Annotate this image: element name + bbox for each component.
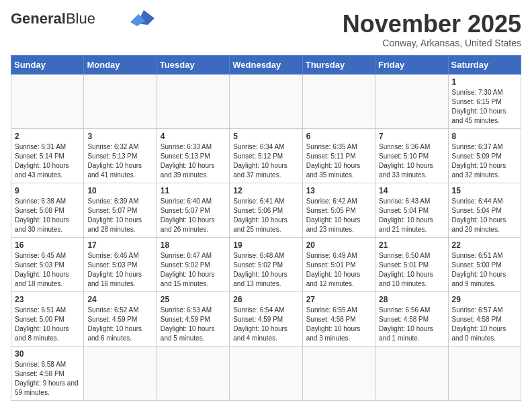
day-number: 20 [306,240,371,250]
calendar-day-cell: 27Sunrise: 6:55 AM Sunset: 4:58 PM Dayli… [302,291,375,346]
day-number: 1 [452,77,517,87]
day-info: Sunrise: 6:42 AM Sunset: 5:05 PM Dayligh… [306,197,371,234]
day-number: 4 [161,132,226,141]
calendar-day-cell [302,346,375,400]
day-info: Sunrise: 6:52 AM Sunset: 4:59 PM Dayligh… [87,306,152,343]
calendar-day-cell: 1Sunrise: 7:30 AM Sunset: 6:15 PM Daylig… [448,74,521,128]
calendar-week-row: 30Sunrise: 6:58 AM Sunset: 4:58 PM Dayli… [11,346,521,400]
day-info: Sunrise: 6:37 AM Sunset: 5:09 PM Dayligh… [452,142,517,180]
day-info: Sunrise: 6:41 AM Sunset: 5:06 PM Dayligh… [233,197,298,234]
calendar-day-cell: 5Sunrise: 6:34 AM Sunset: 5:12 PM Daylig… [230,128,302,183]
title-section: November 2025 Conway, Arkansas, United S… [343,11,521,48]
day-number: 19 [233,240,298,250]
day-info: Sunrise: 6:55 AM Sunset: 4:58 PM Dayligh… [306,306,371,343]
calendar-week-row: 1Sunrise: 7:30 AM Sunset: 6:15 PM Daylig… [11,74,521,128]
weekday-header: Sunday [11,55,84,74]
day-info: Sunrise: 6:44 AM Sunset: 5:04 PM Dayligh… [452,197,517,234]
calendar-day-cell: 2Sunrise: 6:31 AM Sunset: 5:14 PM Daylig… [11,128,84,183]
calendar-week-row: 2Sunrise: 6:31 AM Sunset: 5:14 PM Daylig… [11,128,521,183]
day-number: 26 [233,295,298,304]
calendar-day-cell [375,74,448,128]
logo: GeneralBlue [11,11,154,27]
calendar-day-cell: 24Sunrise: 6:52 AM Sunset: 4:59 PM Dayli… [84,291,157,346]
calendar-day-cell: 11Sunrise: 6:40 AM Sunset: 5:07 PM Dayli… [157,183,229,237]
day-number: 11 [161,186,226,195]
day-info: Sunrise: 6:34 AM Sunset: 5:12 PM Dayligh… [233,142,298,180]
calendar-table: SundayMondayTuesdayWednesdayThursdayFrid… [11,55,521,401]
weekday-header: Monday [84,55,157,74]
calendar-day-cell: 15Sunrise: 6:44 AM Sunset: 5:04 PM Dayli… [448,183,521,237]
calendar-day-cell: 14Sunrise: 6:43 AM Sunset: 5:04 PM Dayli… [375,183,448,237]
day-number: 24 [87,295,152,304]
day-info: Sunrise: 6:57 AM Sunset: 4:58 PM Dayligh… [452,306,517,343]
page-header: GeneralBlue November 2025 Conway, Arkans… [11,11,521,48]
day-info: Sunrise: 6:36 AM Sunset: 5:10 PM Dayligh… [379,142,444,180]
calendar-day-cell: 22Sunrise: 6:51 AM Sunset: 5:00 PM Dayli… [448,237,521,291]
weekday-header: Wednesday [230,55,302,74]
calendar-day-cell: 29Sunrise: 6:57 AM Sunset: 4:58 PM Dayli… [448,291,521,346]
calendar-day-cell: 13Sunrise: 6:42 AM Sunset: 5:05 PM Dayli… [302,183,375,237]
day-info: Sunrise: 6:39 AM Sunset: 5:07 PM Dayligh… [87,197,152,234]
weekday-header: Friday [375,55,448,74]
day-info: Sunrise: 6:49 AM Sunset: 5:01 PM Dayligh… [306,251,371,289]
calendar-day-cell: 18Sunrise: 6:47 AM Sunset: 5:02 PM Dayli… [157,237,229,291]
calendar-day-cell: 8Sunrise: 6:37 AM Sunset: 5:09 PM Daylig… [448,128,521,183]
calendar-day-cell [230,346,302,400]
calendar-day-cell: 12Sunrise: 6:41 AM Sunset: 5:06 PM Dayli… [230,183,302,237]
calendar-day-cell [157,346,229,400]
logo-text: GeneralBlue [11,11,95,27]
calendar-week-row: 23Sunrise: 6:51 AM Sunset: 5:00 PM Dayli… [11,291,521,346]
calendar-day-cell: 7Sunrise: 6:36 AM Sunset: 5:10 PM Daylig… [375,128,448,183]
calendar-day-cell [84,346,157,400]
day-number: 22 [452,240,517,250]
day-info: Sunrise: 6:33 AM Sunset: 5:13 PM Dayligh… [161,142,226,180]
day-info: Sunrise: 6:51 AM Sunset: 5:00 PM Dayligh… [452,251,517,289]
day-number: 29 [452,295,517,304]
calendar-day-cell [448,346,521,400]
calendar-day-cell: 3Sunrise: 6:32 AM Sunset: 5:13 PM Daylig… [84,128,157,183]
day-info: Sunrise: 6:46 AM Sunset: 5:03 PM Dayligh… [87,251,152,289]
day-number: 15 [452,186,517,195]
calendar-day-cell: 30Sunrise: 6:58 AM Sunset: 4:58 PM Dayli… [11,346,84,400]
day-number: 27 [306,295,371,304]
weekday-header: Tuesday [157,55,229,74]
calendar-day-cell: 25Sunrise: 6:53 AM Sunset: 4:59 PM Dayli… [157,291,229,346]
day-number: 28 [379,295,444,304]
calendar-week-row: 9Sunrise: 6:38 AM Sunset: 5:08 PM Daylig… [11,183,521,237]
weekday-header-row: SundayMondayTuesdayWednesdayThursdayFrid… [11,55,521,74]
calendar-day-cell: 4Sunrise: 6:33 AM Sunset: 5:13 PM Daylig… [157,128,229,183]
calendar-day-cell: 6Sunrise: 6:35 AM Sunset: 5:11 PM Daylig… [302,128,375,183]
logo-icon [130,9,154,26]
day-number: 8 [452,132,517,141]
day-number: 9 [15,186,80,195]
calendar-day-cell [84,74,157,128]
day-info: Sunrise: 6:43 AM Sunset: 5:04 PM Dayligh… [379,197,444,234]
day-number: 5 [233,132,298,141]
calendar-title: November 2025 [343,11,521,38]
day-number: 14 [379,186,444,195]
day-info: Sunrise: 6:31 AM Sunset: 5:14 PM Dayligh… [15,142,80,180]
day-info: Sunrise: 6:53 AM Sunset: 4:59 PM Dayligh… [161,306,226,343]
day-info: Sunrise: 6:56 AM Sunset: 4:58 PM Dayligh… [379,306,444,343]
calendar-day-cell: 16Sunrise: 6:45 AM Sunset: 5:03 PM Dayli… [11,237,84,291]
calendar-subtitle: Conway, Arkansas, United States [343,38,521,48]
calendar-day-cell [375,346,448,400]
day-number: 12 [233,186,298,195]
weekday-header: Thursday [302,55,375,74]
day-info: Sunrise: 6:40 AM Sunset: 5:07 PM Dayligh… [161,197,226,234]
calendar-day-cell: 19Sunrise: 6:48 AM Sunset: 5:02 PM Dayli… [230,237,302,291]
day-info: Sunrise: 6:58 AM Sunset: 4:58 PM Dayligh… [15,360,80,398]
calendar-day-cell [230,74,302,128]
day-info: Sunrise: 6:47 AM Sunset: 5:02 PM Dayligh… [161,251,226,289]
day-number: 10 [87,186,152,195]
calendar-day-cell [157,74,229,128]
weekday-header: Saturday [448,55,521,74]
calendar-day-cell: 9Sunrise: 6:38 AM Sunset: 5:08 PM Daylig… [11,183,84,237]
day-info: Sunrise: 6:54 AM Sunset: 4:59 PM Dayligh… [233,306,298,343]
day-info: Sunrise: 6:48 AM Sunset: 5:02 PM Dayligh… [233,251,298,289]
day-number: 30 [15,349,80,359]
calendar-day-cell [302,74,375,128]
calendar-day-cell: 20Sunrise: 6:49 AM Sunset: 5:01 PM Dayli… [302,237,375,291]
calendar-day-cell: 28Sunrise: 6:56 AM Sunset: 4:58 PM Dayli… [375,291,448,346]
day-number: 21 [379,240,444,250]
